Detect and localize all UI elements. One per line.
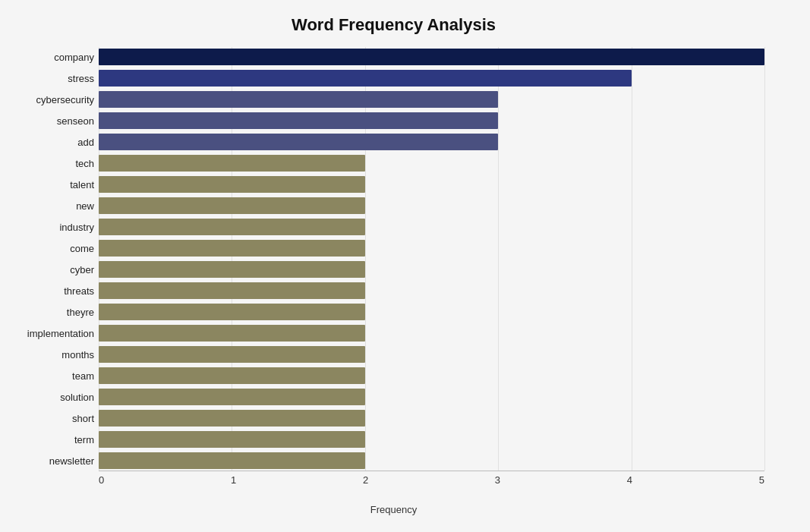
x-tick: 0 — [99, 474, 104, 486]
bar — [99, 155, 365, 172]
bar-row: come — [99, 238, 764, 258]
bar-label: cyber — [5, 264, 94, 275]
bar — [99, 240, 365, 257]
bar-label: solution — [5, 392, 94, 403]
bar-row: stress — [99, 68, 764, 88]
bar — [99, 304, 365, 320]
bar-label: team — [5, 370, 94, 382]
x-tick: 5 — [759, 474, 764, 486]
bar-row: tech — [99, 153, 764, 173]
x-tick: 2 — [363, 474, 368, 486]
bar-label: new — [5, 200, 94, 212]
bar — [99, 282, 365, 299]
chart-title: Word Frequency Analysis — [8, 15, 780, 35]
x-ticks: 012345 — [99, 471, 764, 486]
bar-label: theyre — [5, 307, 94, 318]
bar-row: short — [99, 408, 764, 428]
x-axis-line — [99, 471, 764, 471]
bar-row: add — [99, 132, 764, 152]
chart-container: Word Frequency Analysis companystresscyb… — [0, 0, 810, 532]
bar-label: tech — [5, 158, 94, 169]
bar — [99, 219, 365, 235]
bar-row: talent — [99, 175, 764, 194]
bar — [99, 410, 365, 427]
bar — [99, 389, 365, 405]
bar — [99, 261, 365, 278]
bar-label: come — [5, 243, 94, 254]
bar — [99, 346, 365, 363]
bar-row: company — [99, 47, 764, 67]
bar-label: implementation — [5, 328, 94, 339]
bar — [99, 70, 632, 87]
bar-row: new — [99, 196, 764, 216]
bar-row: senseon — [99, 111, 764, 131]
bar-label: short — [5, 413, 94, 424]
bar — [99, 452, 365, 469]
chart-area: companystresscybersecuritysenseonaddtech… — [8, 47, 780, 515]
bar-row: threats — [99, 281, 764, 301]
x-tick: 1 — [231, 474, 236, 486]
bars-wrapper: companystresscybersecuritysenseonaddtech… — [8, 47, 780, 471]
x-tick: 4 — [627, 474, 632, 486]
bar-label: stress — [5, 73, 94, 84]
bar — [99, 134, 498, 150]
bar-label: industry — [5, 222, 94, 233]
bar-row: cyber — [99, 260, 764, 279]
bar-row: term — [99, 430, 764, 449]
bar-label: senseon — [5, 115, 94, 127]
bar — [99, 49, 764, 65]
bar — [99, 197, 365, 214]
bar — [99, 112, 498, 129]
x-tick: 3 — [495, 474, 500, 486]
bar-label: newsletter — [5, 455, 94, 467]
bar-label: add — [5, 137, 94, 148]
bar — [99, 431, 365, 448]
bar-label: company — [5, 52, 94, 63]
bar-row: implementation — [99, 323, 764, 343]
grid-line — [764, 47, 765, 471]
bar — [99, 176, 365, 193]
bar-label: term — [5, 434, 94, 445]
bar — [99, 367, 365, 384]
bar-row: newsletter — [99, 451, 764, 471]
bar — [99, 91, 498, 108]
bar — [99, 325, 365, 342]
bar-row: months — [99, 345, 764, 364]
bar-label: threats — [5, 285, 94, 297]
x-axis: 012345 — [8, 471, 780, 501]
x-axis-label: Frequency — [8, 504, 780, 515]
bar-row: team — [99, 366, 764, 386]
bar-label: months — [5, 349, 94, 360]
bar-row: solution — [99, 387, 764, 407]
bar-row: cybersecurity — [99, 90, 764, 109]
bar-label: cybersecurity — [5, 94, 94, 105]
bar-label: talent — [5, 179, 94, 190]
bar-row: industry — [99, 217, 764, 237]
bar-row: theyre — [99, 302, 764, 322]
